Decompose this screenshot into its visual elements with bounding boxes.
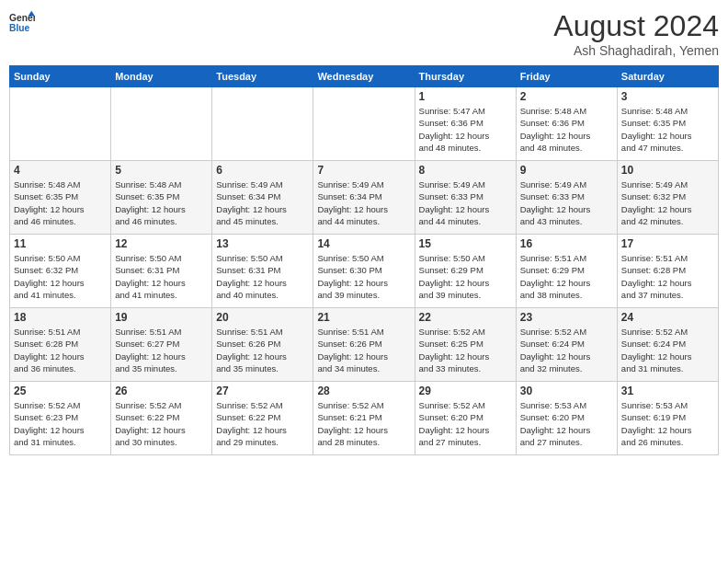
calendar-cell: 6Sunrise: 5:49 AMSunset: 6:34 PMDaylight… [212,161,313,235]
day-number: 24 [621,311,714,324]
day-info: Sunrise: 5:52 AMSunset: 6:20 PMDaylight:… [419,399,512,448]
day-info: Sunrise: 5:51 AMSunset: 6:28 PMDaylight:… [621,252,714,301]
calendar-cell: 3Sunrise: 5:48 AMSunset: 6:35 PMDaylight… [617,87,718,161]
day-number: 12 [115,237,208,250]
calendar-cell: 8Sunrise: 5:49 AMSunset: 6:33 PMDaylight… [415,161,516,235]
calendar-cell: 5Sunrise: 5:48 AMSunset: 6:35 PMDaylight… [111,161,212,235]
day-info: Sunrise: 5:52 AMSunset: 6:23 PMDaylight:… [14,399,107,448]
calendar-cell: 17Sunrise: 5:51 AMSunset: 6:28 PMDayligh… [617,235,718,308]
day-info: Sunrise: 5:50 AMSunset: 6:31 PMDaylight:… [115,252,208,301]
day-number: 18 [14,311,107,324]
day-info: Sunrise: 5:50 AMSunset: 6:30 PMDaylight:… [317,252,410,301]
calendar-cell: 19Sunrise: 5:51 AMSunset: 6:27 PMDayligh… [111,308,212,382]
day-number: 3 [621,90,714,103]
day-info: Sunrise: 5:52 AMSunset: 6:24 PMDaylight:… [621,326,714,374]
title-block: August 2024 Ash Shaghadirah, Yemen [553,9,719,58]
day-info: Sunrise: 5:48 AMSunset: 6:36 PMDaylight:… [520,105,613,154]
week-row-3: 11Sunrise: 5:50 AMSunset: 6:32 PMDayligh… [10,235,719,308]
day-info: Sunrise: 5:50 AMSunset: 6:29 PMDaylight:… [419,252,512,301]
day-number: 9 [520,164,613,177]
day-number: 17 [621,237,714,250]
column-header-sunday: Sunday [10,66,111,87]
calendar-table: SundayMondayTuesdayWednesdayThursdayFrid… [9,65,719,455]
day-number: 8 [419,164,512,177]
calendar-cell: 16Sunrise: 5:51 AMSunset: 6:29 PMDayligh… [516,235,617,308]
calendar-cell: 28Sunrise: 5:52 AMSunset: 6:21 PMDayligh… [313,382,415,455]
day-number: 29 [419,385,512,397]
day-info: Sunrise: 5:48 AMSunset: 6:35 PMDaylight:… [621,105,714,154]
calendar-cell: 21Sunrise: 5:51 AMSunset: 6:26 PMDayligh… [313,308,415,382]
day-number: 19 [115,311,208,324]
calendar-cell [10,87,111,161]
day-info: Sunrise: 5:50 AMSunset: 6:31 PMDaylight:… [216,252,309,301]
day-info: Sunrise: 5:50 AMSunset: 6:32 PMDaylight:… [14,252,107,301]
calendar-cell [111,87,212,161]
day-number: 27 [216,385,309,397]
calendar-cell: 30Sunrise: 5:53 AMSunset: 6:20 PMDayligh… [516,382,617,455]
day-info: Sunrise: 5:48 AMSunset: 6:35 PMDaylight:… [115,178,208,227]
column-header-friday: Friday [516,66,617,87]
day-info: Sunrise: 5:49 AMSunset: 6:34 PMDaylight:… [216,178,309,227]
page-subtitle: Ash Shaghadirah, Yemen [553,43,719,58]
calendar-cell: 31Sunrise: 5:53 AMSunset: 6:19 PMDayligh… [617,382,718,455]
day-number: 25 [14,385,107,397]
calendar-cell: 10Sunrise: 5:49 AMSunset: 6:32 PMDayligh… [617,161,718,235]
calendar-cell: 2Sunrise: 5:48 AMSunset: 6:36 PMDaylight… [516,87,617,161]
day-info: Sunrise: 5:53 AMSunset: 6:19 PMDaylight:… [621,399,714,448]
day-number: 22 [419,311,512,324]
svg-text:Blue: Blue [9,23,30,33]
week-row-4: 18Sunrise: 5:51 AMSunset: 6:28 PMDayligh… [10,308,719,382]
calendar-cell: 23Sunrise: 5:52 AMSunset: 6:24 PMDayligh… [516,308,617,382]
calendar-cell: 13Sunrise: 5:50 AMSunset: 6:31 PMDayligh… [212,235,313,308]
day-number: 23 [520,311,613,324]
week-row-5: 25Sunrise: 5:52 AMSunset: 6:23 PMDayligh… [10,382,719,455]
calendar-cell: 9Sunrise: 5:49 AMSunset: 6:33 PMDaylight… [516,161,617,235]
day-number: 21 [317,311,410,324]
day-number: 11 [14,237,107,250]
day-info: Sunrise: 5:47 AMSunset: 6:36 PMDaylight:… [419,105,512,154]
day-number: 7 [317,164,410,177]
day-info: Sunrise: 5:53 AMSunset: 6:20 PMDaylight:… [520,399,613,448]
calendar-cell: 18Sunrise: 5:51 AMSunset: 6:28 PMDayligh… [10,308,111,382]
day-info: Sunrise: 5:48 AMSunset: 6:35 PMDaylight:… [14,178,107,227]
day-number: 20 [216,311,309,324]
calendar-cell: 4Sunrise: 5:48 AMSunset: 6:35 PMDaylight… [10,161,111,235]
day-info: Sunrise: 5:52 AMSunset: 6:22 PMDaylight:… [216,399,309,448]
day-number: 5 [115,164,208,177]
day-number: 6 [216,164,309,177]
column-header-monday: Monday [111,66,212,87]
column-header-thursday: Thursday [415,66,516,87]
calendar-cell: 12Sunrise: 5:50 AMSunset: 6:31 PMDayligh… [111,235,212,308]
calendar-cell: 26Sunrise: 5:52 AMSunset: 6:22 PMDayligh… [111,382,212,455]
column-header-wednesday: Wednesday [313,66,415,87]
column-header-tuesday: Tuesday [212,66,313,87]
calendar-cell: 7Sunrise: 5:49 AMSunset: 6:34 PMDaylight… [313,161,415,235]
day-info: Sunrise: 5:49 AMSunset: 6:33 PMDaylight:… [419,178,512,227]
day-number: 14 [317,237,410,250]
day-info: Sunrise: 5:52 AMSunset: 6:25 PMDaylight:… [419,326,512,374]
day-number: 31 [621,385,714,397]
day-number: 10 [621,164,714,177]
day-number: 1 [419,90,512,103]
week-row-1: 1Sunrise: 5:47 AMSunset: 6:36 PMDaylight… [10,87,719,161]
calendar-cell [212,87,313,161]
day-number: 13 [216,237,309,250]
day-number: 28 [317,385,410,397]
day-info: Sunrise: 5:49 AMSunset: 6:34 PMDaylight:… [317,178,410,227]
day-info: Sunrise: 5:51 AMSunset: 6:26 PMDaylight:… [216,326,309,374]
calendar-cell: 27Sunrise: 5:52 AMSunset: 6:22 PMDayligh… [212,382,313,455]
calendar-cell: 1Sunrise: 5:47 AMSunset: 6:36 PMDaylight… [415,87,516,161]
calendar-cell: 14Sunrise: 5:50 AMSunset: 6:30 PMDayligh… [313,235,415,308]
day-number: 26 [115,385,208,397]
day-info: Sunrise: 5:49 AMSunset: 6:33 PMDaylight:… [520,178,613,227]
logo: General Blue [9,9,35,35]
day-info: Sunrise: 5:51 AMSunset: 6:28 PMDaylight:… [14,326,107,374]
day-number: 16 [520,237,613,250]
calendar-cell: 11Sunrise: 5:50 AMSunset: 6:32 PMDayligh… [10,235,111,308]
day-info: Sunrise: 5:51 AMSunset: 6:26 PMDaylight:… [317,326,410,374]
logo-icon: General Blue [9,9,35,35]
calendar-cell: 20Sunrise: 5:51 AMSunset: 6:26 PMDayligh… [212,308,313,382]
calendar-cell: 24Sunrise: 5:52 AMSunset: 6:24 PMDayligh… [617,308,718,382]
page-title: August 2024 [553,9,719,43]
day-number: 15 [419,237,512,250]
